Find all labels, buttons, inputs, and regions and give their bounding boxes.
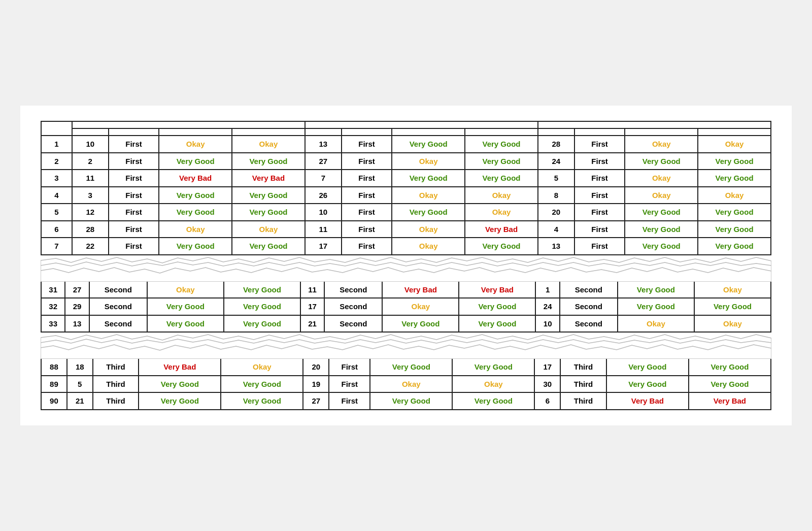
table-cell: First <box>574 238 625 255</box>
table-cell: Very Good <box>392 204 465 221</box>
table-cell: First <box>329 358 370 376</box>
table-row: 895ThirdVery GoodVery Good19FirstOkayOka… <box>41 376 771 393</box>
table-cell: Very Good <box>452 358 534 376</box>
table-cell: Very Bad <box>459 281 535 298</box>
table-cell: First <box>574 221 625 238</box>
table-cell: Very Good <box>159 238 232 255</box>
a3-assess-header <box>625 128 698 136</box>
table-cell: Okay <box>625 136 698 153</box>
table-cell: Second <box>324 315 382 333</box>
table-cell: First <box>109 187 159 204</box>
table-row: 3229SecondVery GoodVery Good17SecondOkay… <box>41 298 771 315</box>
table-cell: 4 <box>538 221 574 238</box>
a2-gin-header <box>305 128 342 136</box>
section3-table: 8818ThirdVery BadOkay20FirstVery GoodVer… <box>41 358 771 410</box>
table-cell: 28 <box>538 136 574 153</box>
table-cell: 10 <box>72 136 109 153</box>
table-cell: Very Good <box>159 153 232 170</box>
table-cell: Very Good <box>139 392 221 410</box>
a2-std-header <box>465 128 538 136</box>
table-cell: Very Good <box>465 153 538 170</box>
table-cell: Very Good <box>698 221 771 238</box>
table-cell: Okay <box>221 358 303 376</box>
table-cell: Very Good <box>139 376 221 393</box>
main-container: 110FirstOkayOkay13FirstVery GoodVery Goo… <box>20 106 792 425</box>
table-cell: Second <box>89 298 147 315</box>
a1-std-header <box>232 128 305 136</box>
a1-gin-header <box>72 128 109 136</box>
table-cell: Very Bad <box>382 281 459 298</box>
table-cell: Very Good <box>625 238 698 255</box>
table-cell: Second <box>324 298 382 315</box>
table-cell: 7 <box>305 170 342 187</box>
table-cell: First <box>574 204 625 221</box>
table-cell: Very Good <box>698 204 771 221</box>
table-cell: Very Good <box>698 170 771 187</box>
table-cell: First <box>109 153 159 170</box>
run-order-header <box>41 121 72 136</box>
table-cell: 4 <box>41 187 72 204</box>
table-cell: Very Good <box>392 170 465 187</box>
table-cell: Very Good <box>224 298 300 315</box>
section2-table: 3127SecondOkayVery Good11SecondVery BadV… <box>41 281 771 333</box>
table-cell: Very Good <box>465 170 538 187</box>
table-cell: Second <box>560 298 618 315</box>
table-cell: 30 <box>534 376 560 393</box>
table-cell: 13 <box>538 238 574 255</box>
table-cell: Very Good <box>689 376 771 393</box>
table-cell: Very Good <box>698 238 771 255</box>
table-cell: 6 <box>41 221 72 238</box>
table-cell: Third <box>560 376 606 393</box>
appraiser1-header <box>72 121 305 128</box>
table-cell: Okay <box>147 281 224 298</box>
table-cell: Second <box>560 281 618 298</box>
table-cell: 7 <box>41 238 72 255</box>
table-cell: Very Good <box>618 281 694 298</box>
table-row: 9021ThirdVery GoodVery Good27FirstVery G… <box>41 392 771 410</box>
table-cell: Very Good <box>370 358 452 376</box>
table-cell: Very Bad <box>465 221 538 238</box>
a1-assess-header <box>159 128 232 136</box>
table-cell: 5 <box>67 376 93 393</box>
table-cell: First <box>574 153 625 170</box>
table-cell: First <box>342 187 392 204</box>
table-cell: Very Bad <box>232 170 305 187</box>
table-cell: Very Good <box>465 238 538 255</box>
table-cell: Very Good <box>459 315 535 333</box>
table-cell: Okay <box>392 238 465 255</box>
table-cell: Very Good <box>694 298 771 315</box>
appraiser2-header <box>305 121 538 128</box>
table-cell: Okay <box>392 153 465 170</box>
table-cell: 10 <box>305 204 342 221</box>
table-cell: Very Good <box>698 153 771 170</box>
table-cell: Very Bad <box>159 170 232 187</box>
table-cell: First <box>342 221 392 238</box>
table-cell: First <box>109 204 159 221</box>
table-cell: 17 <box>300 298 324 315</box>
table-cell: First <box>342 170 392 187</box>
table-cell: Okay <box>370 376 452 393</box>
table-cell: Very Good <box>625 221 698 238</box>
table-cell: 29 <box>65 298 89 315</box>
a3-trial-header <box>574 128 625 136</box>
table-cell: 17 <box>305 238 342 255</box>
table-cell: Very Good <box>224 315 300 333</box>
table-cell: Okay <box>159 221 232 238</box>
table-cell: 17 <box>534 358 560 376</box>
table-cell: 27 <box>303 392 329 410</box>
appraiser3-header <box>538 121 771 128</box>
table-cell: 27 <box>65 281 89 298</box>
table-row: 3313SecondVery GoodVery Good21SecondVery… <box>41 315 771 333</box>
table-cell: 22 <box>72 238 109 255</box>
table-cell: First <box>574 170 625 187</box>
table-cell: First <box>342 136 392 153</box>
table-cell: Very Good <box>370 392 452 410</box>
table-cell: Okay <box>232 136 305 153</box>
table-cell: 5 <box>538 170 574 187</box>
table-cell: 27 <box>305 153 342 170</box>
a2-trial-header <box>342 128 392 136</box>
table-cell: 6 <box>534 392 560 410</box>
table-cell: First <box>342 204 392 221</box>
table-cell: First <box>342 153 392 170</box>
table-cell: Second <box>324 281 382 298</box>
